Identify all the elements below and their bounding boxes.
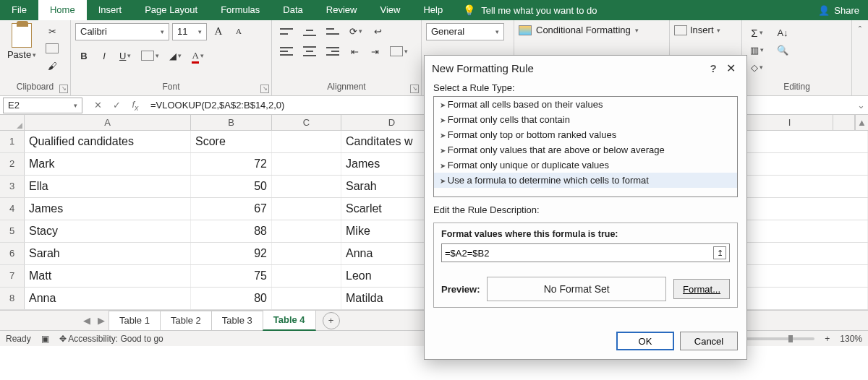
cancel-edit-button[interactable]: ✕: [88, 100, 107, 111]
font-color-button[interactable]: A: [188, 48, 207, 64]
cell[interactable]: [272, 288, 341, 309]
format-button[interactable]: Format...: [673, 279, 730, 299]
conditional-formatting-button[interactable]: Conditional Formatting ▾: [519, 25, 639, 35]
italic-button[interactable]: I: [95, 48, 113, 64]
cell[interactable]: 80: [191, 288, 272, 309]
cell-A1[interactable]: Qualified candidates: [25, 131, 191, 152]
cell[interactable]: 75: [191, 265, 272, 287]
underline-button[interactable]: U: [116, 48, 135, 64]
decrease-font-button[interactable]: A: [230, 23, 247, 39]
insert-cells-button[interactable]: Insert ▾: [674, 25, 720, 35]
cell[interactable]: [272, 176, 341, 197]
tab-review[interactable]: Review: [315, 0, 369, 20]
zoom-in-button[interactable]: +: [825, 334, 830, 344]
align-middle-button[interactable]: [299, 23, 320, 39]
cancel-button[interactable]: Cancel: [680, 332, 738, 350]
cell[interactable]: Matt: [25, 265, 191, 287]
cell[interactable]: Ella: [25, 176, 191, 197]
format-painter-button[interactable]: 🖌: [42, 58, 62, 74]
cell[interactable]: 72: [191, 153, 272, 175]
sheet-nav-prev[interactable]: ◀: [80, 315, 94, 326]
align-left-button[interactable]: [276, 43, 297, 59]
cell[interactable]: [272, 198, 341, 220]
increase-font-button[interactable]: A: [210, 23, 227, 39]
rule-type-list[interactable]: Format all cells based on their valuesFo…: [433, 96, 738, 197]
row-head[interactable]: 5: [0, 220, 25, 242]
row-head[interactable]: 6: [0, 243, 25, 264]
find-select-button[interactable]: 🔍: [773, 42, 792, 58]
tab-insert[interactable]: Insert: [87, 0, 134, 20]
cut-button[interactable]: ✂: [42, 23, 62, 39]
cell[interactable]: Sarah: [25, 243, 191, 264]
expand-formula-bar[interactable]: ⌄: [854, 100, 868, 111]
decrease-indent-button[interactable]: ⇤: [346, 43, 363, 59]
cell-B1[interactable]: Score: [191, 131, 272, 152]
scroll-up-button[interactable]: ▲: [855, 115, 868, 130]
row-head-1[interactable]: 1: [0, 131, 25, 152]
increase-indent-button[interactable]: ⇥: [366, 43, 383, 59]
share-button[interactable]: 👤 Share: [809, 0, 868, 20]
accessibility-status[interactable]: ✥ Accessibility: Good to go: [59, 334, 163, 344]
row-head[interactable]: 7: [0, 265, 25, 287]
cell[interactable]: 67: [191, 198, 272, 220]
col-head-I[interactable]: I: [746, 115, 833, 130]
clear-button[interactable]: ◇: [746, 59, 767, 75]
row-head[interactable]: 3: [0, 176, 25, 197]
cell[interactable]: Stacy: [25, 220, 191, 242]
col-head-C[interactable]: C: [272, 115, 341, 130]
ok-button[interactable]: OK: [616, 332, 674, 350]
clipboard-dialog-launcher[interactable]: ↘: [59, 85, 68, 93]
tab-view[interactable]: View: [368, 0, 412, 20]
cell[interactable]: Anna: [25, 288, 191, 309]
row-head[interactable]: 4: [0, 198, 25, 220]
sheet-tab-4[interactable]: Table 4: [263, 310, 316, 331]
copy-button[interactable]: [42, 40, 62, 56]
tab-pagelayout[interactable]: Page Layout: [133, 0, 209, 20]
cell-C1[interactable]: [272, 131, 341, 152]
sheet-nav-next[interactable]: ▶: [94, 315, 109, 326]
font-size-select[interactable]: 11▾: [172, 23, 207, 40]
name-box[interactable]: E2▾: [3, 98, 82, 113]
wrap-text-button[interactable]: ↩: [369, 23, 386, 39]
collapse-ribbon-button[interactable]: ˆ: [852, 20, 868, 95]
macro-record-icon[interactable]: ▣: [41, 334, 49, 344]
align-right-button[interactable]: [323, 43, 343, 59]
rule-type-item[interactable]: Format only unique or duplicate values: [434, 157, 737, 173]
alignment-dialog-launcher[interactable]: ↘: [410, 85, 419, 93]
rule-type-item[interactable]: Format only values that are above or bel…: [434, 142, 737, 157]
sheet-tab-3[interactable]: Table 3: [211, 311, 263, 330]
rule-type-item[interactable]: Use a formula to determine which cells t…: [434, 173, 737, 188]
fill-color-button[interactable]: ◢: [166, 48, 185, 64]
col-head-A[interactable]: A: [25, 115, 191, 130]
fx-button[interactable]: fx: [126, 99, 145, 112]
dialog-close-button[interactable]: ✕: [722, 61, 739, 75]
tab-home[interactable]: Home: [38, 0, 87, 20]
font-dialog-launcher[interactable]: ↘: [260, 85, 269, 93]
sort-filter-button[interactable]: A↓: [773, 25, 792, 40]
cell[interactable]: [272, 243, 341, 264]
cell[interactable]: [272, 265, 341, 287]
confirm-edit-button[interactable]: ✓: [107, 100, 126, 111]
tab-formulas[interactable]: Formulas: [209, 0, 271, 20]
rule-formula-input[interactable]: [445, 248, 713, 259]
zoom-value[interactable]: 130%: [840, 334, 862, 344]
tab-help[interactable]: Help: [412, 0, 454, 20]
row-head[interactable]: 2: [0, 153, 25, 175]
sheet-tab-1[interactable]: Table 1: [109, 311, 161, 330]
range-picker-button[interactable]: ↥: [713, 246, 726, 259]
cell[interactable]: 92: [191, 243, 272, 264]
rule-type-item[interactable]: Format only top or bottom ranked values: [434, 127, 737, 142]
rule-type-item[interactable]: Format only cells that contain: [434, 112, 737, 127]
tab-file[interactable]: File: [0, 0, 38, 20]
align-top-button[interactable]: [276, 23, 297, 39]
sheet-tab-2[interactable]: Table 2: [160, 311, 212, 330]
merge-button[interactable]: [386, 43, 412, 59]
bold-button[interactable]: B: [75, 48, 93, 64]
orientation-button[interactable]: ⟳: [346, 23, 366, 39]
fill-button[interactable]: ▥: [746, 42, 767, 58]
align-center-button[interactable]: [299, 43, 320, 59]
align-bottom-button[interactable]: [323, 23, 343, 39]
number-format-select[interactable]: General▾: [426, 23, 504, 40]
row-head[interactable]: 8: [0, 288, 25, 309]
paste-button[interactable]: Paste ▾: [4, 23, 39, 60]
